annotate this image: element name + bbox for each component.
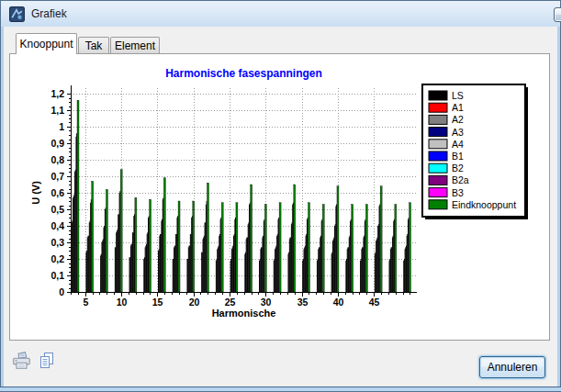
legend-swatch bbox=[429, 115, 447, 124]
chart-svg: 00,10,20,30,40,50,60,70,80,911,11,251015… bbox=[9, 53, 550, 341]
titlebar[interactable]: Grafiek ✕ bbox=[1, 1, 560, 27]
y-tick-label: 1,2 bbox=[50, 88, 64, 99]
legend-swatch bbox=[429, 200, 447, 209]
bar-Eindknooppunt bbox=[365, 205, 367, 292]
bar-Eindknooppunt bbox=[150, 199, 151, 292]
tab-page: 00,10,20,30,40,50,60,70,80,911,11,251015… bbox=[9, 53, 550, 341]
tab-element[interactable]: Element bbox=[110, 37, 160, 53]
bar-Eindknooppunt bbox=[163, 178, 165, 292]
bar-Eindknooppunt bbox=[135, 197, 137, 292]
y-tick-label: 0,2 bbox=[50, 253, 64, 264]
x-tick-label: 10 bbox=[117, 297, 128, 308]
legend-swatch bbox=[429, 140, 447, 149]
y-tick-label: 0,9 bbox=[50, 138, 64, 149]
legend-swatch bbox=[429, 151, 447, 161]
bar-Eindknooppunt bbox=[207, 183, 208, 292]
x-tick-label: 25 bbox=[225, 297, 236, 308]
x-tick-label: 40 bbox=[333, 297, 344, 308]
bar-Eindknooppunt bbox=[380, 186, 382, 292]
bar-Eindknooppunt bbox=[120, 170, 122, 292]
legend-label: Eindknooppunt bbox=[452, 199, 516, 210]
x-tick-label: 45 bbox=[369, 297, 380, 308]
x-tick-label: 15 bbox=[152, 297, 163, 308]
bar-Eindknooppunt bbox=[236, 203, 238, 292]
bar-Eindknooppunt bbox=[294, 185, 296, 292]
legend-label: A4 bbox=[452, 139, 464, 150]
tab-tak[interactable]: Tak bbox=[78, 37, 109, 53]
y-tick-label: 0,3 bbox=[50, 237, 64, 248]
y-tick-label: 0,5 bbox=[50, 204, 64, 215]
tab-knooppunt[interactable]: Knooppunt bbox=[16, 33, 77, 54]
bar-Eindknooppunt bbox=[352, 205, 353, 292]
bar-Eindknooppunt bbox=[77, 100, 79, 292]
x-tick-label: 30 bbox=[261, 297, 272, 308]
print-icon bbox=[12, 351, 32, 371]
legend-label: B3 bbox=[452, 187, 464, 198]
window-border-right bbox=[557, 27, 561, 386]
bar-Eindknooppunt bbox=[410, 203, 411, 292]
minimize-button[interactable] bbox=[554, 7, 561, 22]
window-border-bottom bbox=[0, 386, 561, 392]
bar-Eindknooppunt bbox=[279, 203, 281, 292]
bar-Eindknooppunt bbox=[221, 203, 223, 292]
legend-swatch bbox=[429, 163, 447, 173]
bar-Eindknooppunt bbox=[322, 205, 324, 292]
x-tick-label: 20 bbox=[189, 297, 200, 308]
legend-label: A3 bbox=[452, 127, 464, 138]
print-button[interactable] bbox=[10, 350, 34, 374]
bar-Eindknooppunt bbox=[193, 201, 195, 292]
legend-swatch bbox=[429, 175, 447, 185]
cancel-button[interactable]: Annuleren bbox=[479, 356, 545, 378]
y-tick-label: 0,4 bbox=[50, 220, 64, 231]
bar-Eindknooppunt bbox=[264, 205, 266, 292]
bar-Eindknooppunt bbox=[395, 205, 397, 292]
y-tick-label: 1 bbox=[59, 121, 64, 132]
bar-Eindknooppunt bbox=[92, 181, 94, 292]
app-icon bbox=[9, 6, 25, 22]
bar-Eindknooppunt bbox=[106, 189, 107, 292]
legend-label: B2a bbox=[452, 174, 469, 185]
x-tick-label: 5 bbox=[84, 297, 89, 308]
chart-title: Harmonische fasespanningen bbox=[165, 67, 322, 80]
y-tick-label: 0,7 bbox=[50, 171, 64, 182]
legend-swatch bbox=[429, 188, 447, 197]
legend-label: A1 bbox=[452, 102, 464, 113]
window-border-left bbox=[0, 27, 4, 386]
bar-Eindknooppunt bbox=[337, 186, 339, 292]
bar-Eindknooppunt bbox=[178, 201, 180, 292]
legend-label: B2 bbox=[452, 162, 464, 174]
y-tick-label: 0,1 bbox=[50, 270, 64, 281]
y-tick-label: 0,6 bbox=[50, 187, 64, 198]
y-axis-label: U (V) bbox=[30, 181, 41, 205]
bar-Eindknooppunt bbox=[309, 203, 310, 292]
y-tick-label: 0 bbox=[59, 286, 64, 297]
legend-swatch bbox=[429, 103, 447, 112]
y-tick-label: 1,1 bbox=[50, 105, 64, 116]
y-tick-label: 0,8 bbox=[50, 154, 64, 165]
legend-swatch bbox=[429, 128, 447, 137]
copy-icon bbox=[38, 352, 56, 370]
window-title: Grafiek bbox=[31, 7, 67, 20]
bar-Eindknooppunt bbox=[251, 185, 252, 292]
x-axis-label: Harmonische bbox=[212, 308, 276, 319]
legend-swatch bbox=[429, 91, 447, 100]
x-tick-label: 35 bbox=[297, 297, 309, 308]
legend-label: B1 bbox=[452, 151, 464, 162]
legend-label: A2 bbox=[452, 114, 464, 125]
legend-label: LS bbox=[452, 90, 464, 101]
dialog-window: Grafiek ✕ Knooppunt Tak Element 00,10,20… bbox=[0, 0, 561, 392]
copy-button[interactable] bbox=[35, 350, 59, 374]
